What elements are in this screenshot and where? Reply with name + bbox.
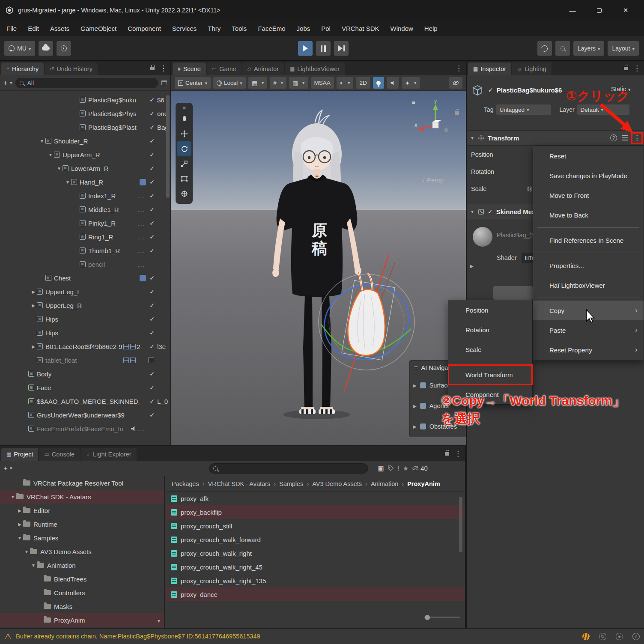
pivot-mode-dropdown[interactable]: Center <box>175 77 211 89</box>
foldout-icon[interactable]: ▼ <box>47 152 54 157</box>
scene-tab-scene[interactable]: #Scene <box>173 63 206 75</box>
visibility-checkbox[interactable]: ✓ <box>148 165 156 172</box>
inspector-tab-lighting[interactable]: ☼Lighting <box>512 63 552 75</box>
gameobject-name-field[interactable]: PlasticBag$hukuro$6 <box>497 86 562 94</box>
scale-tool-button[interactable] <box>177 156 191 171</box>
foldout-icon[interactable]: ▼ <box>39 139 45 143</box>
menu-tools[interactable]: Tools <box>226 21 252 36</box>
maximize-button[interactable] <box>586 0 612 21</box>
status-message[interactable]: Buffer already contains chain, Name:Plas… <box>16 633 260 640</box>
file-proxy-dance[interactable]: proxy_dance <box>166 587 465 601</box>
visibility-checkbox[interactable]: ✓ <box>148 274 156 281</box>
gizmo-lock-icon[interactable] <box>455 111 459 115</box>
context-menu-item-save-changes-in-playmode[interactable]: Save changes in PlayMode <box>533 166 644 185</box>
project-folder-editor[interactable]: ▶Editor <box>0 504 164 517</box>
hierarchy-item-b01-laceroot-f49b86e2-9[interactable]: ▶B01.LaceRoot$f49b86e2-92-✓l3e <box>0 340 170 353</box>
active-checkbox[interactable]: ✓ <box>488 86 493 93</box>
visibility-checkbox[interactable]: ✓ <box>148 220 156 227</box>
project-tab-console[interactable]: ▭Console <box>39 448 80 461</box>
pan-tool-button[interactable] <box>177 111 191 126</box>
visibility-checkbox[interactable]: ✓ <box>148 370 156 377</box>
menu-window[interactable]: Window <box>385 21 419 36</box>
hierarchy-item-index1-r[interactable]: Index1_R...✓ <box>0 189 170 203</box>
play-button[interactable] <box>298 41 313 56</box>
layout-dropdown[interactable]: Layout <box>608 41 639 56</box>
palette-grip-icon[interactable]: ≡ <box>182 104 186 111</box>
menu-faceemo[interactable]: FaceEmo <box>252 21 291 36</box>
menu-services[interactable]: Services <box>167 21 203 36</box>
context-menu-item-ha-lightboxviewer[interactable]: Haï LightboxViewer <box>533 275 644 295</box>
visibility-checkbox[interactable]: ✓ <box>148 179 156 185</box>
shading-mode-dropdown[interactable]: ◐ <box>337 77 354 89</box>
menu-vrchat-sdk[interactable]: VRChat SDK <box>336 21 385 36</box>
breadcrumb-av3-demo-assets[interactable]: AV3 Demo Assets <box>312 480 362 487</box>
project-folder-proxyanim[interactable]: ProxyAnim <box>0 613 164 627</box>
invisible-eye-icon[interactable] <box>412 465 419 471</box>
breadcrumb-samples[interactable]: Samples <box>279 480 303 487</box>
breadcrumb-animation[interactable]: Animation <box>371 480 398 487</box>
projection-label[interactable]: ‹ Persp <box>422 176 444 184</box>
visibility-checkbox[interactable]: ✓ <box>148 302 156 309</box>
layers-dropdown[interactable]: Layers <box>573 41 605 56</box>
foldout-icon[interactable]: ▼ <box>470 209 474 214</box>
hierarchy-item-aao-auto-merge-skinned-me[interactable]: $$AAO_AUTO_MERGE_SKINNED_ME✓L_0 <box>0 394 170 408</box>
breadcrumb-vrchat-sdk-avatars[interactable]: VRChat SDK - Avatars <box>208 480 271 487</box>
foldout-icon[interactable]: ▼ <box>9 495 16 499</box>
project-folder-vrchat-package-resolver-tool[interactable]: VRChat Package Resolver Tool <box>0 476 164 490</box>
foldout-icon[interactable]: ▶ <box>16 508 23 513</box>
hierarchy-item-shoulder-r[interactable]: ▼Shoulder_R✓ <box>0 134 170 148</box>
move-tool-button[interactable] <box>177 126 191 141</box>
inspector-tab-inspector[interactable]: ▤Inspector <box>468 63 511 75</box>
hierarchy-item-chest[interactable]: Chest✓ <box>0 271 170 285</box>
menu-grip-icon[interactable]: ≡ <box>414 364 417 371</box>
visibility-checkbox[interactable]: ✓ <box>148 288 156 295</box>
scene-viewport[interactable]: 原 稿 <box>171 91 466 445</box>
project-folder-masks[interactable]: Masks <box>0 599 164 613</box>
rect-tool-button[interactable] <box>177 171 191 186</box>
pause-button[interactable] <box>316 41 331 56</box>
file-proxy-crouch-walk-right[interactable]: proxy_crouch_walk_right <box>166 546 465 560</box>
submenu-item-world-transform[interactable]: World Transform <box>448 365 532 385</box>
context-menu-item-move-to-front[interactable]: Move to Front <box>533 185 644 205</box>
project-tab-project[interactable]: ▦Project <box>1 448 38 461</box>
kebab-menu-icon[interactable]: ⋮ <box>633 65 641 72</box>
cloud-button[interactable] <box>39 41 53 56</box>
visibility-checkbox[interactable]: ✓ <box>148 329 156 336</box>
orientation-dropdown[interactable]: Local <box>213 77 246 89</box>
visibility-checkbox[interactable]: ✓ <box>148 137 156 144</box>
project-folder-animation[interactable]: ▼Animation <box>0 558 164 572</box>
lock-icon[interactable] <box>624 67 628 70</box>
context-menu-item-move-to-back[interactable]: Move to Back <box>533 205 644 225</box>
lock-icon[interactable] <box>150 67 155 70</box>
grid-visibility-dropdown[interactable]: ▦ <box>248 77 267 89</box>
project-folder-samples[interactable]: ▼Samples <box>0 531 164 545</box>
scene-tab-lightboxviewer[interactable]: ▦LightboxViewer <box>285 63 345 75</box>
visibility-checkbox[interactable]: ✓ <box>148 96 156 103</box>
account-dropdown[interactable]: MU <box>4 41 35 56</box>
effects-dropdown[interactable]: ✦ <box>402 77 420 89</box>
x-axis-cone[interactable] <box>417 126 424 131</box>
visibility-checkbox[interactable]: ✓ <box>148 247 156 254</box>
project-folder-vrchat-sdk-avatars[interactable]: ▼VRChat SDK - Avatars <box>0 490 164 504</box>
file-proxy-crouch-walk-right-135[interactable]: proxy_crouch_walk_right_135 <box>166 574 465 587</box>
thumbnail-size-slider[interactable] <box>424 617 460 618</box>
y-axis-cone[interactable] <box>433 104 438 110</box>
hidden-count-icon[interactable]: ! <box>397 465 400 472</box>
lock-icon[interactable] <box>445 452 449 456</box>
menu-thry[interactable]: Thry <box>202 21 226 36</box>
hierarchy-item-upperarm-r[interactable]: ▼UpperArm_R✓ <box>0 148 170 161</box>
transform-tool-button[interactable] <box>177 186 191 201</box>
project-folder-av3-demo-assets[interactable]: ▼AV3 Demo Assets <box>0 545 164 558</box>
services-button[interactable] <box>57 41 71 56</box>
hierarchy-item-ring1-r[interactable]: Ring1_R...✓ <box>0 230 170 244</box>
search-by-type-icon[interactable]: ▣ <box>378 465 384 472</box>
step-button[interactable] <box>334 41 349 56</box>
context-menu-item-reset[interactable]: Reset <box>533 146 644 166</box>
uniform-scale-link-icon[interactable]: ⛓ <box>527 186 532 192</box>
file-proxy-crouch-walk-right-45[interactable]: proxy_crouch_walk_right_45 <box>166 560 465 574</box>
file-proxy-crouch-walk-forward[interactable]: proxy_crouch_walk_forward <box>166 533 465 546</box>
orientation-gizmo[interactable]: y x <box>412 98 459 134</box>
activity-icon[interactable]: ● <box>616 633 623 640</box>
file-proxy-crouch-still[interactable]: proxy_crouch_still <box>166 519 465 533</box>
hierarchy-item-grusunderwear-underwear-9[interactable]: GrusUnderWear$underwear$9✓ <box>0 408 170 422</box>
